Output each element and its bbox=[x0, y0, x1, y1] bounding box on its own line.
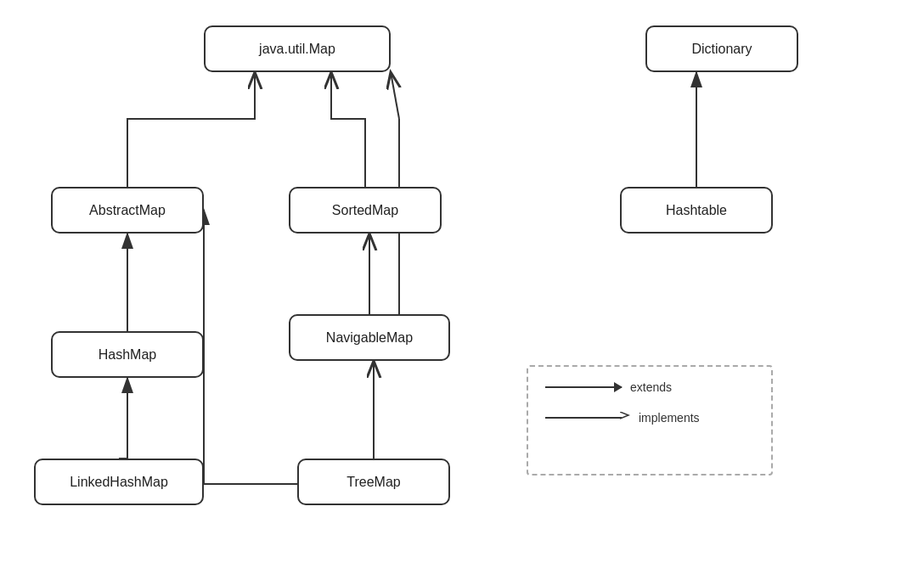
treemap-to-abstractmap-line bbox=[204, 210, 297, 484]
dictionary-box: Dictionary bbox=[645, 25, 798, 72]
abstract-map-box: AbstractMap bbox=[51, 187, 204, 234]
sorted-map-box: SortedMap bbox=[289, 187, 442, 234]
legend-box: extends implements bbox=[527, 365, 773, 476]
linked-hash-map-box: LinkedHashMap bbox=[34, 459, 204, 505]
hash-map-box: HashMap bbox=[51, 331, 204, 378]
tree-map-box: TreeMap bbox=[297, 459, 450, 505]
linkedhashmap-to-hashmap-line bbox=[119, 378, 127, 459]
legend-implements: implements bbox=[545, 411, 754, 425]
sortedmap-to-javautilmap-line bbox=[331, 72, 365, 187]
legend-extends: extends bbox=[545, 380, 754, 394]
abstractmap-to-javautilmap-line bbox=[127, 72, 255, 187]
third-to-javautilmap-line bbox=[391, 72, 399, 119]
java-util-map-box: java.util.Map bbox=[204, 25, 391, 72]
diagram-container: java.util.Map Dictionary AbstractMap Sor… bbox=[0, 0, 924, 574]
hashtable-box: Hashtable bbox=[620, 187, 773, 234]
navigable-map-box: NavigableMap bbox=[289, 314, 450, 361]
